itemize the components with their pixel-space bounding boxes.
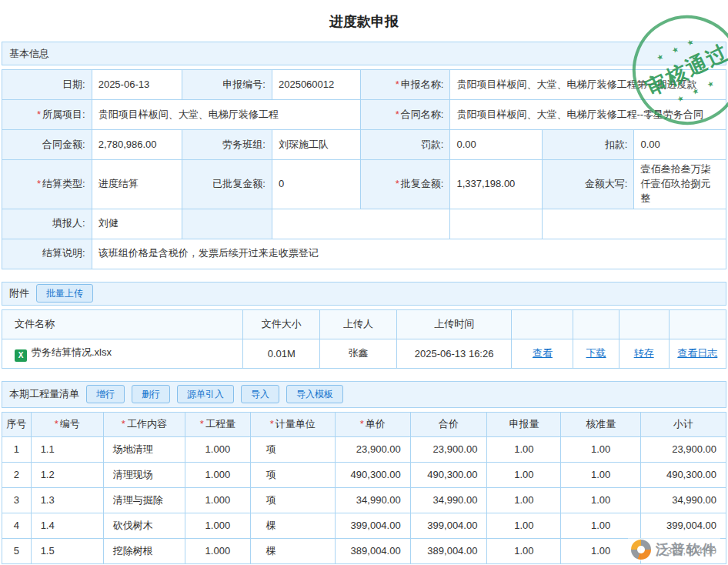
quantity-cell: 1.000: [185, 436, 251, 462]
basic-info-table: 日期: 2025-06-13 申报编号: 2025060012 *申报名称: 贵…: [2, 69, 726, 269]
delete-row-button[interactable]: 删行: [132, 385, 170, 403]
view-log-link[interactable]: 查看日志: [677, 347, 717, 359]
declare-name-value: 贵阳项目样板间、大堂、电梯厅装修工程第一期进度款: [450, 70, 726, 100]
quantity-header-row: 序号 *编号 *工作内容 *工程量 *计量单位 *单价 合价 申报量 核准量 小…: [2, 412, 726, 436]
file-size-header: 文件大小: [243, 309, 320, 339]
file-size-cell: 0.01M: [243, 339, 320, 368]
work-content-header: *工作内容: [103, 412, 185, 436]
actions-header-empty: [669, 309, 726, 339]
required-asterisk: *: [200, 418, 204, 430]
quantity-row: 1 1.1 场地清理 1.000 项 23,900.00 23,900.00 1…: [2, 436, 726, 462]
settle-type-value: 进度结算: [92, 160, 182, 209]
subtotal-cell: 34,990.00: [640, 487, 726, 513]
basic-info-row-5: 填报人: 刘健: [2, 209, 726, 239]
excel-file-icon: X: [15, 349, 27, 362]
required-asterisk: *: [396, 178, 399, 189]
empty-value-cell: [450, 209, 543, 239]
required-asterisk: *: [55, 418, 58, 430]
empty-value-cell: [272, 209, 449, 239]
total-price-cell: 23,900.00: [410, 436, 487, 462]
basic-info-row-6: 结算说明: 该班组价格是含税价，发票后续开过来走收票登记: [2, 239, 726, 269]
work-content-cell: 清理与掘除: [103, 487, 185, 513]
file-name-cell: X劳务结算情况.xlsx: [2, 339, 243, 368]
project-value: 贵阳项目样板间、大堂、电梯厅装修工程: [92, 100, 360, 130]
labor-team-label: 劳务班组:: [182, 130, 272, 160]
transfer-save-link[interactable]: 转存: [634, 347, 654, 359]
quantity-row: 2 1.2 清理现场 1.000 项 490,300.00 490,300.00…: [2, 462, 726, 487]
declared-qty-cell: 1.00: [487, 487, 561, 513]
code-header: *编号: [31, 412, 103, 436]
approved-qty-cell: 1.00: [561, 436, 641, 462]
uploader-header: 上传人: [320, 309, 397, 339]
date-label: 日期:: [2, 70, 92, 100]
work-content-cell: 清理现场: [103, 462, 185, 487]
penalty-label: 罚款:: [360, 130, 450, 160]
basic-info-row-3: 合同金额: 2,780,986.00 劳务班组: 刘琛施工队 罚款: 0.00 …: [2, 130, 726, 160]
unit-price-header: *单价: [335, 412, 410, 436]
actions-header-empty: [512, 309, 573, 339]
declared-qty-header: 申报量: [487, 412, 561, 436]
quantity-cell: 1.000: [185, 487, 251, 513]
total-price-cell: 34,990.00: [410, 487, 487, 513]
actions-header-empty: [619, 309, 669, 339]
declare-no-value: 2025060012: [272, 70, 360, 100]
subtotal-cell: 389,004.00: [640, 538, 726, 563]
settle-note-value: 该班组价格是含税价，发票后续开过来走收票登记: [92, 239, 726, 269]
unit-price-cell: 34,990.00: [335, 487, 410, 513]
required-asterisk: *: [270, 418, 274, 430]
unit-header: *计量单位: [250, 412, 335, 436]
work-content-cell: 场地清理: [103, 436, 185, 462]
unit-price-cell: 389,004.00: [335, 538, 410, 563]
approved-qty-cell: 1.00: [561, 462, 641, 487]
source-import-button[interactable]: 源单引入: [177, 385, 234, 403]
seq-cell: 4: [2, 513, 32, 538]
deduction-label: 扣款:: [542, 130, 634, 160]
work-content-cell: 砍伐树木: [103, 513, 185, 538]
unit-price-cell: 23,900.00: [335, 436, 410, 462]
unit-cell: 棵: [250, 538, 335, 563]
attachments-section-title: 附件: [9, 286, 29, 300]
view-link[interactable]: 查看: [533, 347, 553, 359]
actions-header-empty: [573, 309, 619, 339]
add-row-button[interactable]: 增行: [86, 385, 125, 403]
approved-amount-value: 1,337,198.00: [450, 160, 543, 209]
contract-name-value: 贵阳项目样板间、大堂、电梯厅装修工程--零星劳务合同: [450, 100, 726, 130]
quantity-row: 3 1.3 清理与掘除 1.000 项 34,990.00 34,990.00 …: [2, 487, 726, 513]
quantity-cell: 1.000: [185, 538, 251, 563]
quantity-list-table: 序号 *编号 *工作内容 *工程量 *计量单位 *单价 合价 申报量 核准量 小…: [2, 412, 726, 564]
total-price-cell: 389,004.00: [410, 538, 487, 563]
import-button[interactable]: 导入: [241, 385, 279, 403]
code-cell: 1.2: [31, 462, 103, 487]
required-asterisk: *: [37, 109, 41, 120]
declared-qty-cell: 1.00: [487, 462, 561, 487]
import-template-button[interactable]: 导入模板: [286, 385, 343, 403]
approved-done-label: 已批复金额:: [182, 160, 272, 209]
attachments-section-header: 附件 批量上传: [2, 282, 726, 306]
total-price-header: 合价: [410, 412, 487, 436]
project-label: *所属项目:: [2, 100, 92, 130]
quantity-header: *工程量: [185, 412, 251, 436]
quantity-cell: 1.000: [185, 462, 251, 487]
approved-amount-label: *批复金额:: [360, 160, 450, 209]
unit-cell: 项: [250, 436, 335, 462]
unit-cell: 项: [250, 487, 335, 513]
declared-qty-cell: 1.00: [487, 436, 561, 462]
uploader-cell: 张鑫: [320, 339, 397, 368]
file-name-text: 劳务结算情况.xlsx: [32, 346, 112, 358]
batch-upload-button[interactable]: 批量上传: [36, 284, 93, 303]
amount-words-label: 金额大写:: [542, 160, 634, 209]
code-cell: 1.1: [31, 436, 103, 462]
code-cell: 1.5: [31, 538, 103, 563]
required-asterisk: *: [37, 178, 41, 189]
download-link[interactable]: 下载: [586, 347, 606, 359]
total-price-cell: 399,004.00: [410, 513, 487, 538]
log-action-cell: 查看日志: [669, 339, 726, 368]
basic-info-row-2: *所属项目: 贵阳项目样板间、大堂、电梯厅装修工程 *合同名称: 贵阳项目样板间…: [2, 100, 726, 130]
attachments-table: 文件名称 文件大小 上传人 上传时间 X劳务结算情况.xlsx 0.01M 张鑫…: [2, 309, 726, 369]
approved-qty-cell: 1.00: [561, 513, 641, 538]
penalty-value: 0.00: [450, 130, 543, 160]
subtotal-cell: 490,300.00: [640, 462, 726, 487]
settle-type-label: *结算类型:: [2, 160, 92, 209]
basic-info-section-header: 基本信息: [2, 42, 726, 65]
upload-time-cell: 2025-06-13 16:26: [396, 339, 512, 368]
